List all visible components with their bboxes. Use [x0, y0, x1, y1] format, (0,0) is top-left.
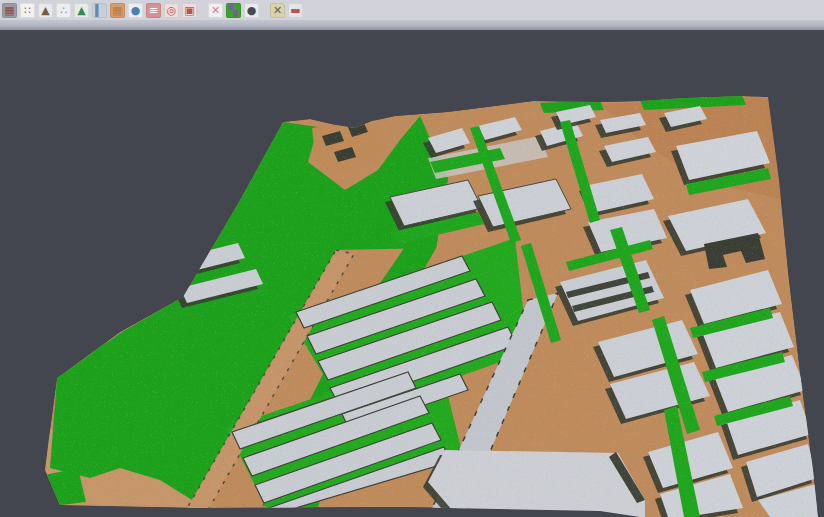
annotation-icon[interactable]: ✕: [270, 3, 285, 18]
cut-raster-icon[interactable]: ✕: [208, 3, 223, 18]
align-points-icon-glyph: ∷: [24, 3, 31, 18]
sphere-icon-glyph: ●: [247, 3, 257, 18]
point-cloud-icon[interactable]: ∴: [56, 3, 71, 18]
viewport-3d[interactable]: [0, 0, 824, 517]
classification-map-icon-glyph: ▚: [229, 3, 237, 18]
align-points-icon[interactable]: ∷: [20, 3, 35, 18]
thumbnail-icon-glyph: ▦: [4, 3, 14, 18]
target-icon[interactable]: ◎: [164, 3, 179, 18]
thumbnail-icon[interactable]: ▦: [2, 3, 17, 18]
selection-box-icon[interactable]: ▣: [182, 3, 197, 18]
toolbar: ▦∷▲∴▲▍▦●≡◎▣✕▚●✕▬: [0, 0, 824, 20]
profile-icon[interactable]: ▍: [92, 3, 107, 18]
globe-icon[interactable]: ●: [128, 3, 143, 18]
vegetation-icon[interactable]: ▲: [74, 3, 89, 18]
annotation-icon-glyph: ✕: [273, 3, 282, 18]
report-icon[interactable]: ▬: [288, 3, 303, 18]
mesh-icon-glyph: ▲: [41, 3, 49, 18]
table-icon-glyph: ≡: [149, 3, 158, 18]
texture-icon-glyph: ▦: [112, 3, 122, 18]
mesh-icon[interactable]: ▲: [38, 3, 53, 18]
application-window: ▦∷▲∴▲▍▦●≡◎▣✕▚●✕▬: [0, 0, 824, 517]
classification-map-icon[interactable]: ▚: [226, 3, 241, 18]
texture-icon[interactable]: ▦: [110, 3, 125, 18]
cut-raster-icon-glyph: ✕: [211, 3, 220, 18]
sphere-icon[interactable]: ●: [244, 3, 259, 18]
vegetation-icon-glyph: ▲: [77, 3, 85, 18]
report-icon-glyph: ▬: [290, 3, 300, 18]
point-cloud-icon-glyph: ∴: [60, 3, 67, 18]
profile-icon-glyph: ▍: [95, 3, 103, 18]
target-icon-glyph: ◎: [167, 3, 177, 18]
selection-box-icon-glyph: ▣: [184, 3, 194, 18]
toolbar-edge: [0, 20, 824, 30]
table-icon[interactable]: ≡: [146, 3, 161, 18]
globe-icon-glyph: ●: [131, 3, 141, 18]
